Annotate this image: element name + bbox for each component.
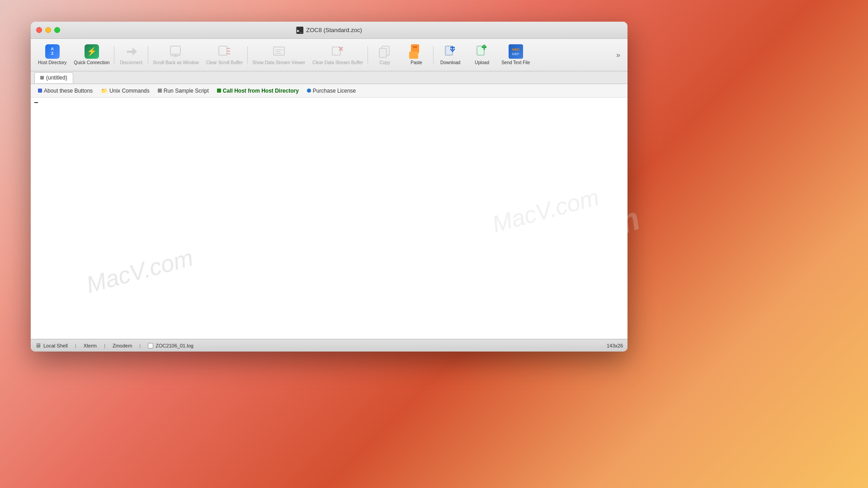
- run-sample-label: Run Sample Script: [164, 88, 209, 94]
- download-button[interactable]: Download: [434, 42, 466, 69]
- show-data-stream-button[interactable]: Show Data Stream Viewer: [249, 42, 309, 69]
- run-sample-dot: [158, 89, 162, 93]
- toolbar-expand-button[interactable]: »: [613, 49, 624, 61]
- host-directory-button[interactable]: AZ Host Directory: [34, 42, 70, 69]
- purchase-license-btn[interactable]: Purchase License: [303, 86, 359, 96]
- send-text-file-icon: ABC DEF: [509, 44, 523, 59]
- send-text-file-label: Send Text File: [501, 60, 530, 66]
- shell-status: 🖥 Local Shell: [35, 342, 68, 349]
- clear-scroll-buffer-icon: [217, 44, 231, 59]
- terminal-watermark: MacV.com: [83, 244, 196, 299]
- toolbar-sep-1: [114, 46, 114, 64]
- toolbar-sep-5: [433, 46, 434, 64]
- scroll-back-icon: [169, 44, 183, 59]
- scroll-back-button[interactable]: Scroll Back as Window: [149, 42, 203, 69]
- unix-commands-folder-icon: 📁: [101, 88, 108, 94]
- toolbar-sep-3: [247, 46, 248, 64]
- unix-commands-btn[interactable]: 📁 Unix Commands: [97, 86, 153, 96]
- toolbar-sep-4: [368, 46, 368, 64]
- upload-label: Upload: [475, 60, 489, 66]
- terminal-area[interactable]: MacV.com MacV.com: [31, 98, 627, 339]
- titlebar: ▶_ ZOC8 (Standard.zoc): [31, 22, 627, 39]
- tab-status-dot: [40, 76, 44, 80]
- svg-rect-11: [274, 47, 284, 55]
- about-buttons-label: About these Buttons: [44, 88, 93, 94]
- status-sep-3: |: [139, 343, 141, 348]
- status-sep-1: |: [75, 343, 76, 348]
- clear-data-stream-button[interactable]: Clear Data Stream Buffer: [309, 42, 367, 69]
- disconnect-icon: [124, 44, 138, 59]
- protocol-status: Zmodem: [113, 343, 132, 348]
- svg-text:▶_: ▶_: [297, 28, 302, 33]
- purchase-license-label: Purchase License: [313, 88, 356, 94]
- paste-label: Paste: [410, 60, 422, 66]
- toolbar-sep-2: [148, 46, 148, 64]
- copy-icon: [377, 44, 392, 59]
- terminal-type-status: Xterm: [84, 343, 97, 348]
- main-window: ▶_ ZOC8 (Standard.zoc) AZ Host Directory…: [31, 22, 627, 352]
- statusbar: 🖥 Local Shell | Xterm | Zmodem | ZOC2106…: [31, 339, 627, 352]
- upload-button[interactable]: Upload: [466, 42, 498, 69]
- clear-scroll-buffer-label: Clear Scroll Buffer: [206, 60, 243, 66]
- svg-rect-19: [379, 48, 387, 57]
- traffic-lights: [36, 27, 60, 33]
- minimize-button[interactable]: [45, 27, 51, 33]
- paste-button[interactable]: Paste: [401, 42, 432, 69]
- buttonbar: About these Buttons 📁 Unix Commands Run …: [31, 84, 627, 98]
- close-button[interactable]: [36, 27, 42, 33]
- maximize-button[interactable]: [54, 27, 60, 33]
- download-label: Download: [440, 60, 460, 66]
- protocol-label: Zmodem: [113, 343, 132, 348]
- copy-button[interactable]: Copy: [369, 42, 401, 69]
- copy-label: Copy: [379, 60, 390, 66]
- clear-scroll-buffer-button[interactable]: Clear Scroll Buffer: [203, 42, 246, 69]
- dimensions-status: 143x26: [607, 343, 623, 348]
- shell-label: Local Shell: [43, 343, 68, 348]
- clear-data-stream-icon: [330, 44, 345, 59]
- show-data-stream-label: Show Data Stream Viewer: [252, 60, 305, 66]
- run-sample-script-btn[interactable]: Run Sample Script: [154, 86, 212, 96]
- call-host-dot: [217, 89, 221, 93]
- clear-data-stream-label: Clear Data Stream Buffer: [312, 60, 363, 66]
- term-label: Xterm: [84, 343, 97, 348]
- shell-icon: 🖥: [35, 342, 41, 349]
- status-sep-2: |: [104, 343, 105, 348]
- svg-rect-15: [332, 47, 340, 55]
- call-host-label: Call Host from Host Directory: [223, 88, 299, 94]
- about-buttons-dot: [38, 89, 42, 93]
- terminal-cursor: [34, 102, 38, 103]
- about-buttons-btn[interactable]: About these Buttons: [34, 86, 96, 96]
- scroll-back-label: Scroll Back as Window: [153, 60, 199, 66]
- toolbar: AZ Host Directory ⚡ Quick Connection Dis…: [31, 39, 627, 71]
- purchase-license-dot: [307, 89, 311, 93]
- svg-rect-7: [219, 46, 227, 55]
- log-filename: ZOC2106_01.log: [156, 343, 193, 348]
- show-data-stream-icon: [272, 44, 286, 59]
- window-title: ▶_ ZOC8 (Standard.zoc): [296, 27, 362, 34]
- svg-rect-4: [170, 46, 180, 54]
- quick-connection-button[interactable]: ⚡ Quick Connection: [70, 42, 113, 69]
- unix-commands-label: Unix Commands: [109, 88, 150, 94]
- disconnect-button[interactable]: Disconnect: [115, 42, 147, 69]
- quick-connection-label: Quick Connection: [74, 60, 109, 66]
- terminal-icon: ▶_: [296, 27, 303, 34]
- host-directory-label: Host Directory: [38, 60, 66, 66]
- paste-icon: [409, 44, 424, 59]
- tab-untitled[interactable]: (untitled): [34, 72, 73, 83]
- log-checkbox[interactable]: [148, 343, 153, 348]
- send-text-file-button[interactable]: ABC DEF Send Text File: [498, 42, 533, 69]
- download-icon: [443, 44, 458, 59]
- terminal-watermark-2: MacV.com: [490, 183, 602, 238]
- call-host-btn[interactable]: Call Host from Host Directory: [213, 86, 302, 96]
- disconnect-label: Disconnect: [120, 60, 142, 66]
- log-status: ZOC2106_01.log: [148, 343, 193, 348]
- upload-icon: [475, 44, 489, 59]
- tabbar: (untitled): [31, 71, 627, 84]
- host-directory-icon: AZ: [45, 44, 60, 59]
- tab-label: (untitled): [46, 75, 67, 81]
- quick-connection-icon: ⚡: [85, 44, 99, 59]
- svg-marker-3: [132, 47, 137, 56]
